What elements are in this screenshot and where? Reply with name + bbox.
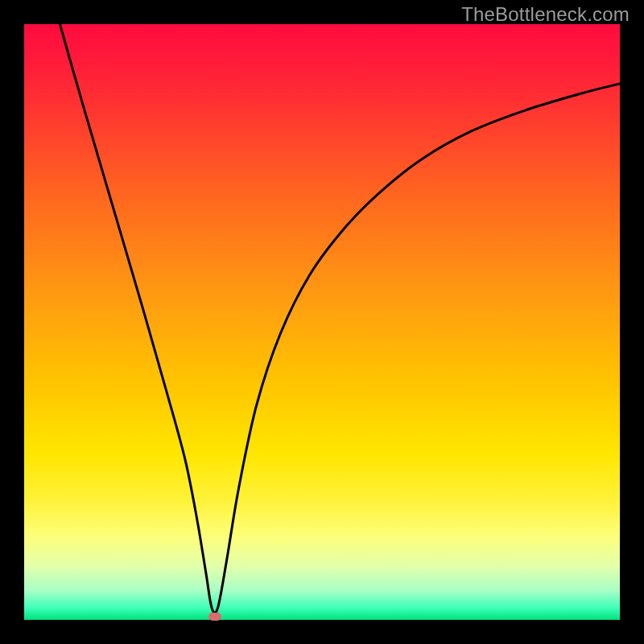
- minimum-marker: [208, 613, 221, 621]
- chart-frame: TheBottleneck.com: [0, 0, 644, 644]
- curve-svg: [24, 24, 620, 620]
- watermark-label: TheBottleneck.com: [461, 3, 630, 26]
- curve-line: [60, 24, 620, 613]
- plot-area: [24, 24, 620, 620]
